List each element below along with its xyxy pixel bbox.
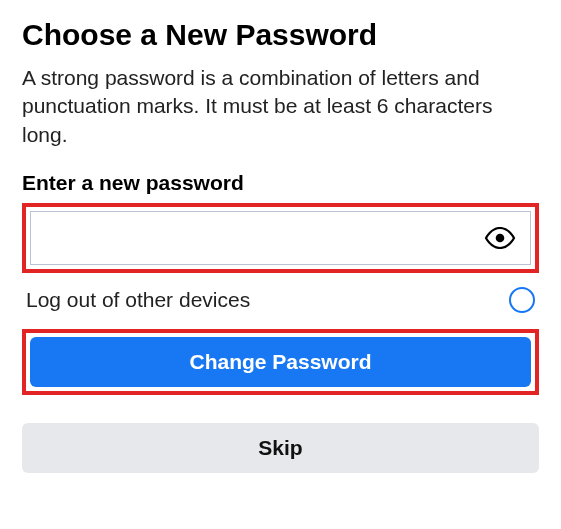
logout-radio-icon[interactable] [509, 287, 535, 313]
logout-other-devices-label: Log out of other devices [26, 288, 250, 312]
logout-other-devices-row[interactable]: Log out of other devices [22, 287, 539, 313]
svg-point-0 [496, 234, 505, 243]
password-input-row [30, 211, 531, 265]
skip-button[interactable]: Skip [22, 423, 539, 473]
change-password-highlight: Change Password [22, 329, 539, 395]
page-title: Choose a New Password [22, 18, 539, 52]
change-password-button[interactable]: Change Password [30, 337, 531, 387]
password-field-label: Enter a new password [22, 171, 539, 195]
password-input-highlight [22, 203, 539, 273]
toggle-password-visibility[interactable] [480, 223, 520, 253]
password-input[interactable] [39, 212, 480, 264]
password-description: A strong password is a combination of le… [22, 64, 539, 149]
eye-icon [484, 227, 516, 249]
